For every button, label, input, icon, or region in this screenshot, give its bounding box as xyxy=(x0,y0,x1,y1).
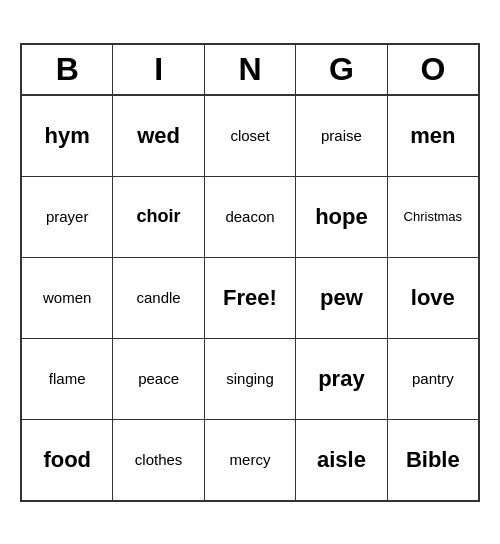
bingo-cell-1-4: Christmas xyxy=(388,177,478,257)
bingo-cell-1-1: choir xyxy=(113,177,204,257)
bingo-row-1: prayerchoirdeaconhopeChristmas xyxy=(22,177,478,258)
bingo-cell-3-4: pantry xyxy=(388,339,478,419)
bingo-cell-4-3: aisle xyxy=(296,420,387,500)
bingo-cell-1-2: deacon xyxy=(205,177,296,257)
bingo-row-2: womencandleFree!pewlove xyxy=(22,258,478,339)
bingo-header: BINGO xyxy=(22,45,478,96)
header-letter-n: N xyxy=(205,45,296,96)
header-letter-g: G xyxy=(296,45,387,96)
bingo-row-3: flamepeacesingingpraypantry xyxy=(22,339,478,420)
bingo-cell-2-0: women xyxy=(22,258,113,338)
bingo-cell-1-3: hope xyxy=(296,177,387,257)
bingo-cell-3-2: singing xyxy=(205,339,296,419)
bingo-cell-4-4: Bible xyxy=(388,420,478,500)
header-letter-b: B xyxy=(22,45,113,96)
bingo-cell-2-2: Free! xyxy=(205,258,296,338)
bingo-cell-3-0: flame xyxy=(22,339,113,419)
bingo-card: BINGO hymwedclosetpraisemenprayerchoirde… xyxy=(20,43,480,502)
bingo-cell-0-0: hym xyxy=(22,96,113,176)
bingo-cell-4-2: mercy xyxy=(205,420,296,500)
bingo-cell-0-2: closet xyxy=(205,96,296,176)
bingo-cell-0-1: wed xyxy=(113,96,204,176)
bingo-row-4: foodclothesmercyaisleBible xyxy=(22,420,478,500)
bingo-cell-0-3: praise xyxy=(296,96,387,176)
bingo-row-0: hymwedclosetpraisemen xyxy=(22,96,478,177)
bingo-cell-2-4: love xyxy=(388,258,478,338)
header-letter-i: I xyxy=(113,45,204,96)
bingo-cell-4-0: food xyxy=(22,420,113,500)
header-letter-o: O xyxy=(388,45,478,96)
bingo-cell-2-1: candle xyxy=(113,258,204,338)
bingo-cell-4-1: clothes xyxy=(113,420,204,500)
bingo-cell-0-4: men xyxy=(388,96,478,176)
bingo-cell-3-3: pray xyxy=(296,339,387,419)
bingo-cell-2-3: pew xyxy=(296,258,387,338)
bingo-cell-3-1: peace xyxy=(113,339,204,419)
bingo-cell-1-0: prayer xyxy=(22,177,113,257)
